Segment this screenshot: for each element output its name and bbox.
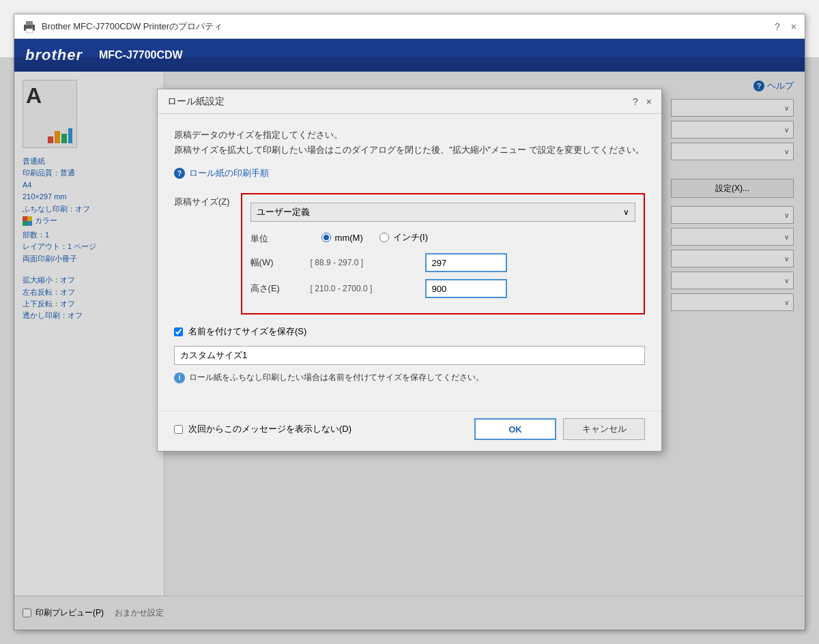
dialog-title: ロール紙設定	[167, 96, 225, 108]
dialog-title-controls: ? ×	[633, 96, 652, 107]
size-label: 原稿サイズ(Z)	[174, 193, 230, 208]
unit-row: 単位 mm(M) インチ(I)	[250, 230, 635, 245]
dialog-body: 原稿データのサイズを指定してください。 原稿サイズを拡大して印刷したい場合はこの…	[158, 114, 661, 411]
size-dropdown-arrow: ∨	[623, 207, 629, 217]
height-label: 高さ(E)	[250, 282, 305, 295]
dialog-close-button[interactable]: ×	[646, 96, 652, 107]
height-input[interactable]	[425, 279, 507, 298]
title-bar-controls: ? ×	[775, 21, 796, 32]
save-checkbox[interactable]	[174, 327, 183, 336]
size-dropdown-value: ユーザー定義	[257, 206, 310, 218]
save-checkbox-section: 名前を付けてサイズを保存(S)	[174, 325, 645, 338]
svg-point-3	[31, 27, 33, 28]
dialog-footer: 次回からこのメッセージを表示しない(D) OK キャンセル	[158, 411, 661, 451]
dialog-description: 原稿データのサイズを指定してください。 原稿サイズを拡大して印刷したい場合はこの…	[174, 128, 645, 158]
form-section-size: 原稿サイズ(Z) ユーザー定義 ∨ 単位 mm(M)	[174, 193, 645, 314]
width-label: 幅(W)	[250, 257, 305, 269]
info-note: i ロール紙をふちなし印刷したい場合は名前を付けてサイズを保存してください。	[174, 372, 645, 383]
save-checkbox-label: 名前を付けてサイズを保存(S)	[188, 325, 306, 338]
unit-label: 単位	[250, 230, 305, 245]
unit-inch-radio[interactable]	[379, 233, 389, 242]
link-info-icon: ?	[174, 168, 185, 179]
unit-mm-label: mm(M)	[335, 233, 363, 243]
height-range: [ 210.0 - 2700.0 ]	[311, 284, 420, 293]
close-button[interactable]: ×	[791, 21, 796, 32]
window-title: Brother MFC-J7700CDW Printerのプロパティ	[42, 20, 222, 33]
dont-show-checkbox[interactable]	[174, 425, 183, 434]
roll-paper-link[interactable]: ? ロール紙の印刷手順	[174, 167, 645, 179]
title-bar: Brother MFC-J7700CDW Printerのプロパティ ? ×	[14, 14, 805, 39]
svg-rect-2	[26, 29, 33, 33]
size-dropdown[interactable]: ユーザー定義 ∨	[250, 203, 635, 222]
dialog-footer-left: 次回からこのメッセージを表示しない(D)	[174, 423, 351, 435]
width-range: [ 88.9 - 297.0 ]	[311, 258, 420, 267]
width-input[interactable]	[425, 253, 507, 272]
roll-paper-dialog: ロール紙設定 ? × 原稿データのサイズを指定してください。 原稿サイズを拡大し…	[157, 89, 662, 452]
red-highlight-box: ユーザー定義 ∨ 単位 mm(M) インチ(I)	[241, 193, 645, 314]
unit-inch-label: インチ(I)	[393, 231, 428, 244]
dialog-footer-buttons: OK キャンセル	[474, 418, 645, 440]
svg-rect-1	[26, 21, 33, 25]
dialog-title-bar: ロール紙設定 ? ×	[158, 89, 661, 114]
note-icon: i	[174, 372, 185, 383]
dialog-help-button[interactable]: ?	[633, 96, 638, 107]
unit-mm-radio[interactable]	[321, 233, 331, 242]
dont-show-label: 次回からこのメッセージを表示しない(D)	[188, 423, 351, 435]
unit-mm-radio-label[interactable]: mm(M)	[321, 233, 363, 243]
help-button[interactable]: ?	[775, 21, 780, 32]
save-name-input[interactable]	[174, 346, 645, 365]
note-text: ロール紙をふちなし印刷したい場合は名前を付けてサイズを保存してください。	[189, 372, 484, 383]
height-row: 高さ(E) [ 210.0 - 2700.0 ]	[250, 279, 635, 298]
width-row: 幅(W) [ 88.9 - 297.0 ]	[250, 253, 635, 272]
printer-icon	[23, 20, 36, 33]
cancel-button[interactable]: キャンセル	[563, 418, 645, 440]
ok-button[interactable]: OK	[474, 418, 556, 440]
roll-paper-link-text: ロール紙の印刷手順	[189, 167, 269, 179]
title-bar-left: Brother MFC-J7700CDW Printerのプロパティ	[23, 20, 222, 33]
unit-inch-radio-label[interactable]: インチ(I)	[379, 231, 428, 244]
